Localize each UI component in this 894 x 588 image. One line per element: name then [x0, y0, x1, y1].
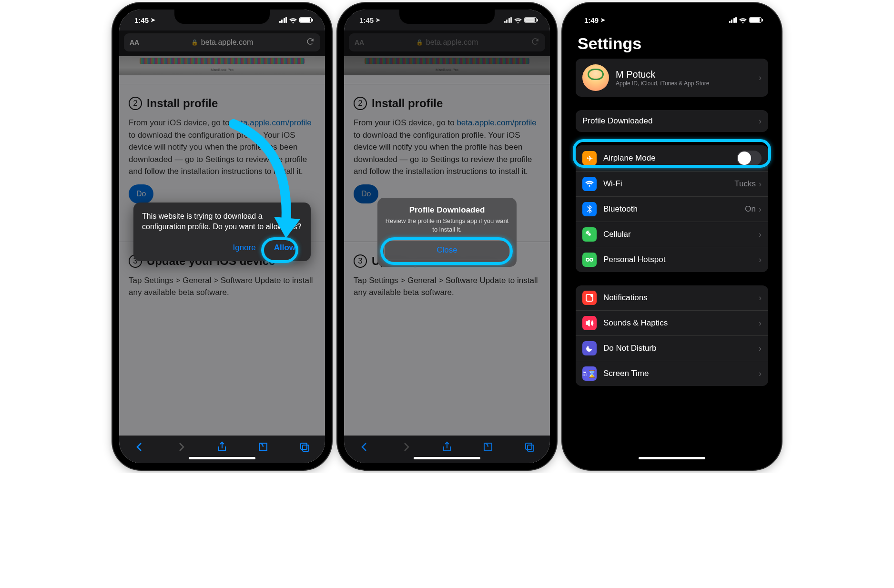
- wifi-icon: [514, 17, 522, 23]
- bookmarks-button[interactable]: [482, 441, 494, 455]
- screen-2: 1:45 ➤ AA 🔒 beta.apple.com: [344, 10, 550, 463]
- sounds-icon: [582, 316, 597, 330]
- location-icon: ➤: [376, 17, 380, 23]
- settings-title: Settings: [569, 30, 775, 59]
- phone-3: 1:49 ➤ Settings M Potuck Apple ID, iClou…: [562, 3, 782, 470]
- home-indicator[interactable]: [189, 457, 255, 459]
- signal-icon: [729, 17, 737, 23]
- battery-icon: [299, 17, 312, 23]
- bluetooth-cell[interactable]: Bluetooth On ›: [576, 196, 768, 222]
- chevron-right-icon: ›: [759, 344, 762, 354]
- allow-highlight: [261, 237, 298, 263]
- notch: [399, 10, 495, 24]
- screen-1: 1:45 ➤ AA 🔒 beta.apple.com: [119, 10, 325, 463]
- chevron-right-icon: ›: [759, 293, 762, 303]
- hotspot-icon: [582, 253, 597, 267]
- tabs-button[interactable]: [524, 441, 535, 455]
- share-button[interactable]: [441, 441, 453, 455]
- chevron-right-icon: ›: [759, 116, 762, 126]
- dnd-icon: [582, 341, 597, 355]
- chevron-right-icon: ›: [759, 73, 762, 83]
- popup-text: Review the profile in Settings app if yo…: [384, 217, 510, 233]
- wifi-settings-icon: [582, 177, 597, 191]
- notifications-icon: [582, 291, 597, 305]
- dnd-cell[interactable]: Do Not Disturb ›: [576, 335, 768, 361]
- apple-id-cell[interactable]: M Potuck Apple ID, iCloud, iTunes & App …: [576, 59, 768, 97]
- profile-downloaded-cell[interactable]: Profile Downloaded ›: [576, 110, 768, 132]
- profile-group: M Potuck Apple ID, iCloud, iTunes & App …: [576, 59, 768, 97]
- wifi-cell[interactable]: Wi-Fi Tucks ›: [576, 171, 768, 196]
- back-button[interactable]: [359, 441, 370, 455]
- wifi-icon: [289, 17, 297, 23]
- share-button[interactable]: [216, 441, 228, 455]
- forward-button[interactable]: [175, 441, 187, 455]
- ignore-button[interactable]: Ignore: [226, 239, 262, 256]
- signal-icon: [279, 17, 287, 23]
- chevron-right-icon: ›: [759, 255, 762, 265]
- svg-point-6: [586, 258, 589, 261]
- svg-rect-1: [301, 443, 307, 449]
- bookmarks-button[interactable]: [257, 441, 269, 455]
- screen-3-settings: 1:49 ➤ Settings M Potuck Apple ID, iClou…: [569, 10, 775, 463]
- cellular-cell[interactable]: Cellular ›: [576, 222, 768, 247]
- svg-rect-2: [303, 445, 309, 451]
- bluetooth-icon: [582, 202, 597, 216]
- popup-title: Profile Downloaded: [384, 205, 510, 215]
- hotspot-cell[interactable]: Personal Hotspot ›: [576, 247, 768, 272]
- sounds-cell[interactable]: Sounds & Haptics ›: [576, 310, 768, 335]
- chevron-right-icon: ›: [759, 318, 762, 328]
- signal-icon: [504, 17, 512, 23]
- chevron-right-icon: ›: [759, 369, 762, 379]
- location-icon: ➤: [151, 17, 155, 23]
- notifications-cell[interactable]: Notifications ›: [576, 285, 768, 310]
- profile-subtitle: Apple ID, iCloud, iTunes & App Store: [616, 80, 759, 87]
- svg-rect-4: [528, 445, 534, 451]
- tabs-button[interactable]: [299, 441, 310, 455]
- notch: [624, 10, 720, 24]
- chevron-right-icon: ›: [759, 230, 762, 240]
- close-highlight: [380, 237, 513, 265]
- phone-2: 1:45 ➤ AA 🔒 beta.apple.com: [337, 3, 557, 470]
- svg-rect-3: [526, 443, 532, 449]
- notch: [174, 10, 270, 24]
- svg-point-5: [589, 234, 590, 235]
- profile-name: M Potuck: [616, 69, 759, 80]
- cellular-icon: [582, 227, 597, 242]
- chevron-right-icon: ›: [759, 204, 762, 214]
- back-button[interactable]: [134, 441, 145, 455]
- battery-icon: [524, 17, 537, 23]
- profile-downloaded-group: Profile Downloaded ›: [576, 110, 768, 132]
- home-indicator[interactable]: [414, 457, 480, 459]
- battery-icon: [749, 17, 762, 23]
- system-group: Notifications › Sounds & Haptics › Do No…: [576, 285, 768, 386]
- profile-downloaded-highlight: [573, 139, 771, 168]
- status-time: 1:49: [584, 16, 599, 24]
- phone-1: 1:45 ➤ AA 🔒 beta.apple.com: [112, 3, 332, 470]
- screentime-cell[interactable]: ⌛ Screen Time ›: [576, 361, 768, 386]
- avatar: [582, 64, 609, 91]
- chevron-right-icon: ›: [759, 179, 762, 189]
- status-time: 1:45: [359, 16, 374, 24]
- status-time: 1:45: [134, 16, 149, 24]
- wifi-value: Tucks: [734, 179, 756, 189]
- wifi-icon: [739, 17, 747, 23]
- bluetooth-value: On: [745, 204, 756, 214]
- location-icon: ➤: [600, 17, 605, 23]
- svg-point-9: [590, 294, 593, 297]
- home-indicator[interactable]: [639, 457, 705, 459]
- popup-text: This website is trying to download a con…: [142, 211, 302, 233]
- forward-button[interactable]: [400, 441, 412, 455]
- screentime-icon: ⌛: [582, 366, 597, 381]
- svg-point-7: [590, 258, 593, 261]
